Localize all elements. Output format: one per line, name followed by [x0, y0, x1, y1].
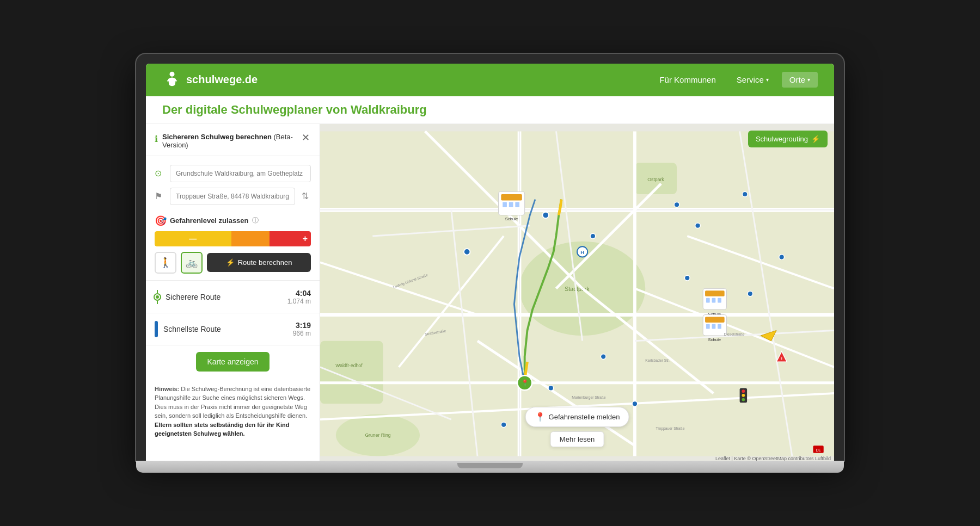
mehr-lesen-button[interactable]: Mehr lesen [550, 431, 604, 447]
svg-rect-42 [718, 298, 721, 302]
danger-seg-yellow: — [155, 231, 231, 246]
navigation: schulwege.de Für Kommunen Service ▾ Orte… [146, 64, 834, 96]
nav-orte[interactable]: Orte ▾ [782, 72, 818, 88]
nav-links: Für Kommunen Service ▾ Orte ▾ [652, 72, 818, 88]
safer-route-stats: 4:04 1.074 m [287, 289, 311, 305]
svg-text:Waldfr-edhof: Waldfr-edhof [335, 362, 363, 368]
danger-label: Gefahrenlevel zulassen [170, 216, 249, 225]
schulwegrouting-button[interactable]: Schulwegrouting ⚡ [748, 131, 828, 147]
route-icon: ⚡ [226, 258, 235, 267]
map-show-button[interactable]: Karte anzeigen [196, 352, 269, 372]
fastest-route-item[interactable]: Schnellste Route 3:19 966 m [146, 313, 320, 345]
map-overlay-bottom: 📍 Gefahrenstelle melden Mehr lesen [525, 407, 629, 447]
svg-rect-46 [706, 324, 710, 329]
safer-route-dist: 1.074 m [287, 298, 311, 305]
svg-text:Dieselstraße: Dieselstraße [724, 332, 745, 336]
danger-bar[interactable]: — + [155, 231, 311, 246]
nav-kommunen[interactable]: Für Kommunen [652, 72, 723, 88]
svg-rect-6 [320, 341, 383, 404]
bike-button[interactable]: 🚲 [181, 252, 203, 274]
close-button[interactable]: ✕ [301, 133, 311, 143]
from-input-row: ⊙ [155, 165, 311, 182]
danger-report-button[interactable]: 📍 Gefahrenstelle melden [525, 407, 629, 427]
fastest-route-stats: 3:19 966 m [293, 321, 311, 337]
map-btn-row: Karte anzeigen [146, 345, 320, 378]
fastest-route-dist: 966 m [293, 330, 311, 337]
svg-text:📍: 📍 [521, 379, 529, 386]
route-calc-button[interactable]: ⚡ Route berechnen [207, 253, 311, 272]
service-chevron-icon: ▾ [766, 77, 769, 83]
svg-text:Schule: Schule [505, 216, 518, 221]
svg-rect-36 [515, 202, 519, 207]
hint-section: Hinweis: Die Schulweg-Berechnung ist ein… [146, 378, 320, 445]
svg-rect-45 [705, 317, 725, 323]
svg-rect-33 [501, 194, 522, 200]
logo-icon [162, 70, 182, 90]
laptop-container: schulwege.de Für Kommunen Service ▾ Orte… [136, 54, 844, 473]
svg-point-0 [170, 71, 175, 76]
map-area[interactable]: Stadtpark Ostpark Waldfr-edhof Gruner Ri… [320, 124, 834, 461]
panel-header: ℹ Sichereren Schulweg berechnen (Beta-Ve… [146, 124, 320, 156]
fastest-route-label: Schnellste Route [163, 325, 287, 333]
svg-point-56 [632, 401, 638, 406]
panel-inputs: ⊙ ⚑ ⇅ [146, 156, 320, 215]
gauge-icon: 🎯 [155, 215, 167, 227]
swap-button[interactable]: ⇅ [299, 189, 311, 203]
danger-label-row: 🎯 Gefahrenlevel zulassen ⓘ [155, 215, 311, 227]
location-pin-icon: 📍 [535, 412, 546, 422]
info-icon: ℹ [155, 134, 158, 144]
hint-bold: Eltern sollten stets selbständig den für… [155, 422, 290, 437]
svg-point-55 [695, 222, 701, 228]
sidebar-panel: ℹ Sichereren Schulweg berechnen (Beta-Ve… [146, 124, 320, 461]
fastest-route-time: 3:19 [293, 321, 311, 330]
hint-label: Hinweis: [155, 386, 179, 392]
svg-point-62 [548, 385, 554, 391]
svg-text:H: H [580, 249, 584, 255]
svg-point-57 [501, 422, 506, 428]
svg-point-59 [779, 254, 785, 259]
svg-text:Marienburger Straße: Marienburger Straße [572, 395, 605, 399]
svg-point-78 [742, 398, 745, 401]
from-input[interactable] [170, 165, 311, 182]
svg-point-76 [742, 389, 745, 393]
svg-point-54 [684, 275, 690, 281]
svg-text:Karlsbader Str.: Karlsbader Str. [645, 358, 670, 362]
svg-rect-47 [712, 324, 716, 329]
svg-text:Schule: Schule [708, 337, 721, 342]
panel-title: Sichereren Schulweg berechnen (Beta-Vers… [162, 133, 296, 149]
danger-info-icon[interactable]: ⓘ [252, 216, 259, 225]
laptop-screen: schulwege.de Für Kommunen Service ▾ Orte… [146, 64, 834, 461]
svg-rect-41 [712, 298, 716, 302]
map-attribution: Leaflet | Karte © OpenStreetMap contribu… [715, 456, 831, 461]
walk-button[interactable]: 🚶 [155, 252, 176, 274]
svg-rect-39 [705, 290, 725, 296]
logo-text: schulwege.de [186, 73, 258, 86]
safer-route-item[interactable]: Sicherere Route 4:04 1.074 m [146, 281, 320, 313]
svg-rect-34 [503, 202, 507, 207]
location-icon: ⊙ [155, 168, 166, 178]
danger-section: 🎯 Gefahrenlevel zulassen ⓘ — [146, 215, 320, 281]
transport-row: 🚶 🚲 ⚡ Route berechnen [155, 252, 311, 274]
safer-route-time: 4:04 [287, 289, 311, 298]
flag-icon: ⚑ [155, 191, 166, 201]
page-title: Der digitale Schulwegplaner von Waldkrai… [162, 103, 818, 117]
laptop-base [136, 461, 844, 473]
safer-route-label: Sicherere Route [166, 293, 282, 301]
main-content: ℹ Sichereren Schulweg berechnen (Beta-Ve… [146, 124, 834, 461]
nav-service[interactable]: Service ▾ [729, 72, 776, 88]
filter-icon: ⚡ [811, 135, 820, 143]
svg-point-52 [590, 233, 596, 239]
to-input[interactable] [170, 188, 295, 205]
site-logo[interactable]: schulwege.de [162, 70, 258, 90]
svg-rect-48 [718, 324, 721, 329]
svg-point-53 [674, 202, 679, 207]
svg-text:Ostpark: Ostpark [647, 176, 664, 182]
svg-point-50 [542, 212, 549, 218]
svg-text:!: ! [781, 356, 782, 361]
routes-section: Sicherere Route 4:04 1.074 m Schnellste … [146, 281, 320, 345]
danger-seg-red: + [270, 231, 311, 246]
svg-point-77 [742, 393, 745, 397]
svg-point-61 [601, 354, 606, 359]
svg-text:DE: DE [816, 448, 821, 451]
svg-rect-35 [509, 202, 513, 207]
